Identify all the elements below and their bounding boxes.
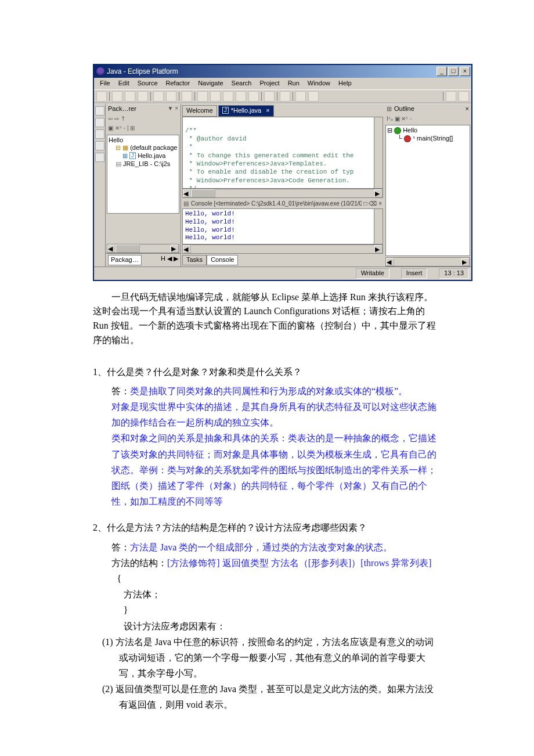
method-icon <box>404 135 411 142</box>
outline-title: Outline <box>394 105 414 113</box>
pkg-root[interactable]: Hello <box>109 136 178 145</box>
save-icon[interactable] <box>112 91 122 102</box>
class-icon <box>394 127 401 134</box>
menu-source[interactable]: Source <box>135 79 160 88</box>
saveall-icon[interactable] <box>125 91 135 102</box>
editor-scroll-v[interactable] <box>374 117 383 188</box>
menu-file[interactable]: File <box>98 79 113 88</box>
editor-scroll-h[interactable]: ◀▶ <box>182 189 383 198</box>
debug-icon[interactable] <box>153 91 164 102</box>
close-button[interactable]: × <box>460 67 470 76</box>
eclipse-ide-window: Java - Eclipse Platform _ □ × File Edit … <box>93 64 472 281</box>
pkg-file[interactable]: Hello.java <box>138 152 165 159</box>
tab-hello-java[interactable]: 🄹 *Hello.java × <box>218 105 274 117</box>
pkg-default[interactable]: (default package <box>130 144 177 151</box>
newclass-icon[interactable] <box>182 91 192 102</box>
persp2-icon[interactable] <box>459 91 469 102</box>
status-insert: Insert <box>401 268 428 279</box>
console-scroll-h[interactable]: ◀▶ <box>182 244 383 254</box>
persp-other-icon[interactable] <box>95 153 104 162</box>
eclipse-icon <box>96 67 104 75</box>
build-icon[interactable] <box>280 91 290 102</box>
outline-close-icon[interactable]: × <box>466 105 469 113</box>
search-icon[interactable] <box>210 91 221 102</box>
explanation-paragraph: 一旦代码无错误地编译完成，就能够从 Eclipse 菜单上选择 Run 来执行该… <box>93 290 441 348</box>
console-scroll-v[interactable] <box>374 209 383 244</box>
tab-tasks[interactable]: Tasks <box>182 255 207 265</box>
tab-close-icon[interactable]: × <box>266 107 269 115</box>
code-editor[interactable]: /** * @author david * * To change this g… <box>182 117 383 189</box>
menu-window[interactable]: Window <box>305 79 333 88</box>
status-writable: Writable <box>356 268 389 279</box>
ext-icon[interactable] <box>264 91 275 102</box>
opentype-icon[interactable] <box>197 91 208 102</box>
run-icon[interactable] <box>166 91 176 102</box>
outline-tool-icons[interactable]: Iᶻₐ ▣ ✕ˢ ◦ <box>387 116 412 123</box>
editor-area: Welcome 🄹 *Hello.java × /** * @author da… <box>181 104 384 267</box>
menu-edit[interactable]: Edit <box>116 79 132 88</box>
status-bar: Writable Insert 13 : 13 <box>94 267 471 280</box>
outline-view: ⊞ Outline × Iᶻₐ ▣ ✕ˢ ◦ ⊟ Hello └ ˢ main(… <box>384 104 471 267</box>
tab-welcome[interactable]: Welcome <box>182 105 217 117</box>
console-head-buttons[interactable]: □ ⌫ × <box>364 200 382 208</box>
tab-console[interactable]: Console <box>207 255 238 265</box>
pkg-tree[interactable]: Hello ⊟ ▦ (default package ⊞ 🄹 Hello.jav… <box>107 135 179 214</box>
pkg-foot-nav[interactable]: H ◀ ▶ <box>161 255 178 265</box>
pkg-head-buttons[interactable]: ▼ × <box>167 105 178 113</box>
main-toolbar <box>94 89 471 103</box>
pkg-foot-tab[interactable]: Packag… <box>108 255 142 265</box>
nav-icon[interactable] <box>223 91 233 102</box>
menu-help[interactable]: Help <box>336 79 354 88</box>
menu-bar: File Edit Source Refactor Navigate Searc… <box>94 78 471 89</box>
status-position: 13 : 13 <box>439 268 469 279</box>
answer-1: 答：类是抽取了同类对象的共同属性和行为形成的对象或实体的“模板”。 对象是现实世… <box>93 383 441 510</box>
maximize-button[interactable]: □ <box>448 67 459 76</box>
console-output[interactable]: Hello, world! Hello, world! Hello, world… <box>182 208 383 244</box>
perspective-bar <box>94 104 106 267</box>
console-title: Console [<terminated> C:\j2sdk1.4.0_01\j… <box>191 200 362 208</box>
window-titlebar: Java - Eclipse Platform _ □ × <box>94 65 471 78</box>
persp-debug-icon[interactable] <box>95 118 104 127</box>
persp-resource-icon[interactable] <box>95 141 104 150</box>
persp-team-icon[interactable] <box>95 129 104 139</box>
pkg-title: Pack…rer <box>108 105 136 113</box>
pkg-scroll-h[interactable]: ◀▶ <box>107 244 179 253</box>
new-icon[interactable] <box>96 91 107 102</box>
window-title: Java - Eclipse Platform <box>107 67 435 76</box>
pkg-tool-icons[interactable]: ▣ ✕ˢ ◦ | ⊞ <box>108 125 135 132</box>
menu-run[interactable]: Run <box>286 79 302 88</box>
pkg-nav-icons[interactable]: ⇦ ⇨ ⤒ <box>108 116 125 123</box>
qa-section: 1、什么是类？什么是对象？对象和类是什么关系？ 答：类是抽取了同类对象的共同属性… <box>93 364 441 713</box>
outline-tree[interactable]: ⊟ Hello └ ˢ main(String[] <box>385 125 470 256</box>
question-2: 2、什么是方法？方法的结构是怎样的？设计方法应考虑哪些因素？ <box>93 520 441 535</box>
persp-icon[interactable] <box>446 91 456 102</box>
menu-refactor[interactable]: Refactor <box>164 79 193 88</box>
outline-scroll-h[interactable]: ◀▶ <box>385 257 470 267</box>
nav3-icon[interactable] <box>248 91 259 102</box>
persp-java-icon[interactable] <box>95 106 104 116</box>
back-icon[interactable] <box>295 91 306 102</box>
fwd-icon[interactable] <box>308 91 319 102</box>
pkg-jre[interactable]: JRE_LIB - C:\j2s <box>123 160 170 167</box>
nav2-icon[interactable] <box>236 91 246 102</box>
menu-search[interactable]: Search <box>229 79 254 88</box>
minimize-button[interactable]: _ <box>436 67 447 76</box>
menu-project[interactable]: Project <box>257 79 282 88</box>
answer-2: 答：方法是 Java 类的一个组成部分，通过类的方法改变对象的状态。 方法的结构… <box>93 539 441 713</box>
menu-navigate[interactable]: Navigate <box>196 79 225 88</box>
question-1: 1、什么是类？什么是对象？对象和类是什么关系？ <box>93 364 441 380</box>
print-icon[interactable] <box>138 91 148 102</box>
package-explorer: Pack…rer ▼ × ⇦ ⇨ ⤒ ▣ ✕ˢ ◦ | ⊞ Hello ⊟ ▦ … <box>106 104 181 267</box>
